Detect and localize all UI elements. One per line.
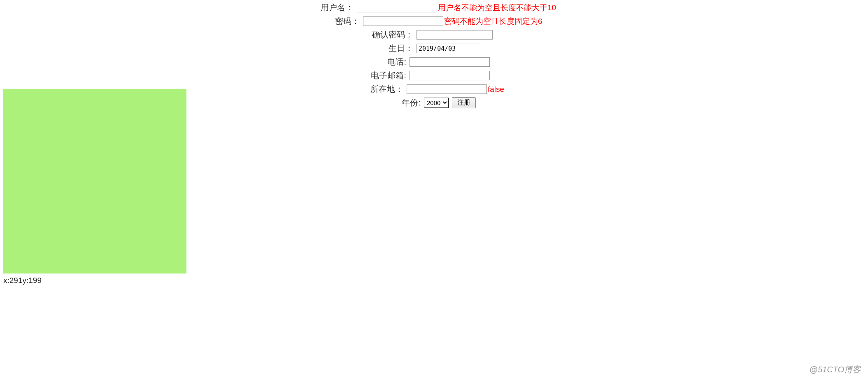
birthday-input[interactable]: [417, 44, 480, 53]
email-input[interactable]: [410, 71, 490, 80]
row-password: 密码： 密码不能为空且长度固定为6: [0, 16, 868, 27]
password-error: 密码不能为空且长度固定为6: [444, 16, 542, 27]
password-label: 密码：: [0, 16, 363, 27]
phone-input[interactable]: [410, 57, 490, 67]
username-error: 用户名不能为空且长度不能大于10: [438, 2, 556, 13]
watermark: @51CTO博客: [810, 364, 861, 375]
username-input[interactable]: [357, 3, 437, 12]
confirm-password-input[interactable]: [417, 30, 493, 40]
location-error: false: [488, 85, 504, 94]
confirm-password-label: 确认密码：: [0, 29, 417, 40]
row-phone: 电话:: [0, 56, 868, 68]
location-input[interactable]: [407, 84, 487, 94]
mouse-coords: x:291y:199: [3, 276, 42, 285]
birthday-label: 生日：: [0, 43, 417, 54]
year-select[interactable]: 2000: [424, 98, 449, 108]
green-box[interactable]: [3, 89, 186, 273]
phone-label: 电话:: [0, 56, 410, 68]
email-label: 电子邮箱:: [0, 70, 410, 81]
password-input[interactable]: [363, 16, 443, 26]
username-label: 用户名：: [0, 2, 357, 13]
row-confirm-password: 确认密码：: [0, 29, 868, 40]
register-button[interactable]: 注册: [452, 97, 476, 108]
row-email: 电子邮箱:: [0, 70, 868, 81]
row-username: 用户名： 用户名不能为空且长度不能大于10: [0, 2, 868, 13]
row-birthday: 生日：: [0, 43, 868, 54]
